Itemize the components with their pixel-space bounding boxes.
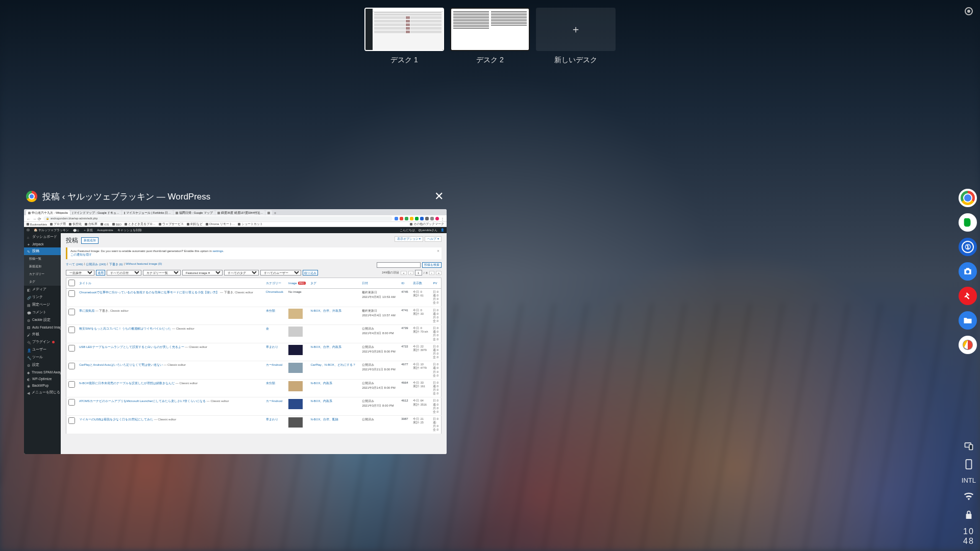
browser-tab[interactable] [265,210,272,215]
wp-menu-投稿[interactable]: ✎投稿 [24,247,61,255]
date-filter-select[interactable]: すべての日付 [107,270,141,276]
filter-draft[interactable]: 下書き (6) [109,262,123,268]
desk-2-thumbnail[interactable] [450,8,530,51]
post-title-link[interactable]: USB LEDテープをルームランプとして設置すると白いものが美しく光るよー [79,345,184,348]
post-title-link[interactable]: CarPlayとAndroid Autoはいろいろ足りなくて実は使い道ない [79,363,163,366]
desk-2[interactable]: デスク 2 [450,8,530,65]
filter-all[interactable]: すべて (249) [66,262,83,268]
post-tag-link[interactable]: N-BOX、自作、内装系 [310,345,341,348]
new-desk[interactable]: ＋ 新しいデスク [536,8,616,65]
extension-icon[interactable] [420,217,424,220]
last-page-button[interactable]: » [436,271,442,275]
row-checkbox[interactable] [68,290,75,297]
wp-cache-link[interactable]: キャッシュを削除 [117,228,142,233]
notice-hide-link[interactable]: この通知を隠す [70,253,92,256]
col-image[interactable]: ImagePRO [286,278,309,289]
bookmark-item[interactable]: 仮想化 [69,222,82,226]
shelf-app-icon[interactable] [959,336,977,354]
wp-menu-Jetpack[interactable]: ✦Jetpack [24,241,61,247]
shelf-1password-icon[interactable]: ① [959,238,977,256]
search-posts-input[interactable] [377,262,421,268]
row-checkbox[interactable] [68,327,75,333]
wp-menu-Cackle 設定[interactable]: ⚙Cackle 設定 [24,316,61,324]
extension-icon[interactable] [395,217,398,220]
post-category-link[interactable]: 金 [266,327,269,330]
filter-button[interactable] [303,270,318,276]
bookmark-item[interactable]: ブログ用 [50,222,66,226]
shelf-authy-icon[interactable] [959,287,977,305]
clock[interactable]: 10 48 [963,527,974,546]
row-checkbox[interactable] [68,399,75,406]
col-pv[interactable]: PV [431,278,441,289]
extension-icon[interactable] [425,217,429,220]
address-bar[interactable]: 🔒androgundam.blue/wp-admin/edit.php [43,216,393,221]
extension-icon[interactable] [415,217,419,220]
wp-menu-設定[interactable]: ⚙設定 [24,361,61,369]
col-id[interactable]: ID [399,278,410,289]
bookmark-item[interactable]: Chrome リモート… [206,222,235,226]
browser-tab[interactable]: 緯度35度 経度137度3344付近… [215,210,265,215]
bookmark-item[interactable]: iOS [101,223,109,226]
row-checkbox[interactable] [68,417,75,424]
extension-icon[interactable] [430,217,434,220]
back-icon[interactable]: ← [27,217,30,220]
wp-menu-ユーザー[interactable]: 👤ユーザー [24,346,61,354]
bulk-action-select[interactable]: 一括操作 [66,270,94,276]
wp-autoptimize-link[interactable]: Autoptimize [97,229,113,232]
post-category-link[interactable]: Chromebook [266,290,283,293]
overview-window-card[interactable]: 投稿 ‹ ヤルッツェブラッキン — WordPress ✕ 中山道六十九次 - … [24,184,448,454]
wp-howdy[interactable]: こんにちは、@yarublaさん [400,228,437,233]
add-new-button[interactable]: 新規追加 [81,237,99,244]
bookmark-item[interactable]: 剣鉈など [187,222,203,226]
wp-menu-WP-Optimize[interactable]: ◐WP-Optimize [24,375,61,382]
bookmark-item[interactable]: 自転車 [85,222,97,226]
wp-menu-Auto Featured Image[interactable]: 🖼Auto Featured Image [24,324,61,331]
ime-indicator[interactable]: INTL [962,477,976,484]
post-tag-link[interactable]: N-BOX、内装系 [310,382,332,385]
browser-tab[interactable]: マインドマップ - Google ドキュ… [70,210,121,215]
post-tag-link[interactable]: CarPlay、N-BOX、どれにする？ [310,363,355,366]
wp-comments-link[interactable]: 💬 0 [73,229,79,232]
wp-menu-Throws SPAM Away[interactable]: ◆Throws SPAM Away [24,369,61,375]
post-title-link[interactable]: Chromebookで仕事中に分かっているのを無視するのを簡単に仕事モードに切り… [79,291,219,294]
wp-menu-投稿一覧[interactable]: 投稿一覧 [24,255,61,263]
post-category-link[interactable]: カーAndroid [266,399,283,403]
bookmark-item[interactable]: ウェブサービス [159,222,184,226]
close-icon[interactable]: ✕ [432,188,446,205]
filter-nofeatured[interactable]: Without featured image (0) [126,262,162,268]
post-title-link[interactable]: 格安SIMをもっと高コスパに！ うちの最適解はワイモバイルだった [79,327,171,330]
wp-menu-BackWPup[interactable]: ◉BackWPup [24,382,61,389]
col-date[interactable]: 日付 [360,278,399,289]
row-checkbox[interactable] [68,381,75,388]
wp-menu-タグ[interactable]: タグ [24,278,61,286]
post-category-link[interactable]: 未分類 [266,382,275,385]
featured-filter-select[interactable]: Featured image ▾ [182,270,223,276]
wp-avatar-icon[interactable]: 👤 [440,228,444,233]
select-all-checkbox[interactable] [68,280,75,286]
post-title-link[interactable]: ATOMSカーナビのホームアプリをMicrosoft Launcherにしてみた… [79,399,206,403]
post-category-link[interactable]: 車まわり [266,418,278,421]
wp-menu-カテゴリー[interactable]: カテゴリー [24,270,61,278]
wp-menu-新規追加[interactable]: 新規追加 [24,263,61,270]
wp-menu-固定ページ[interactable]: ▤固定ページ [24,301,61,309]
reload-icon[interactable]: ⟳ [38,217,41,220]
browser-tab[interactable]: 中山道六十九次 - Wikipedia [26,210,70,215]
bookmark-item[interactable]: ときどき見るブロ… [125,222,156,226]
col-views[interactable]: 表示数 [411,278,431,289]
menu-icon[interactable]: ⋮ [440,217,444,220]
row-checkbox[interactable] [68,309,75,315]
post-title-link[interactable]: 車に換気扇 [79,309,94,312]
help-button[interactable]: ヘルプ ▾ [425,236,442,242]
wp-menu-コメント[interactable]: 💬コメント [24,309,61,316]
apply-button[interactable] [96,270,105,276]
phone-icon[interactable] [963,458,975,470]
post-title-link[interactable]: マイカーのUSBは着脱を少なく口を21世紀にしてみた [79,418,153,421]
first-page-button[interactable]: « [401,271,406,275]
wp-logo-icon[interactable]: ⓦ [27,228,30,233]
row-checkbox[interactable] [68,363,75,369]
post-category-link[interactable]: 車まわり [266,345,278,348]
desk-1[interactable]: デスク 1 [364,8,444,65]
user-filter-select[interactable]: すべてのユーザー [260,270,301,276]
shelf-files-icon[interactable] [959,311,977,330]
wp-menu-ツール[interactable]: 🔧ツール [24,354,61,361]
